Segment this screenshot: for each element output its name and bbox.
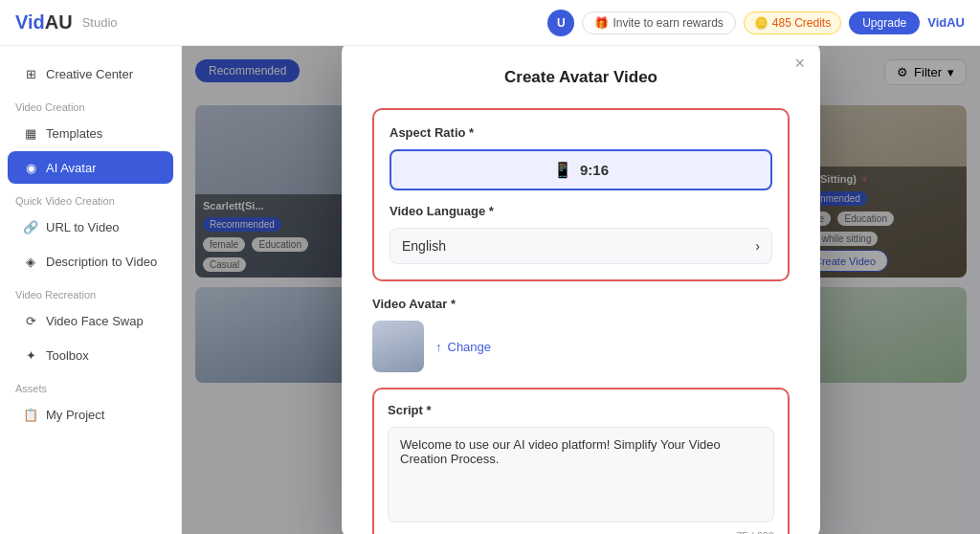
logo: VidAU bbox=[15, 11, 73, 33]
sidebar-section-video-creation: Video Creation bbox=[0, 92, 181, 117]
invite-button[interactable]: 🎁 Invite to earn rewards bbox=[582, 11, 735, 34]
sidebar-item-ai-avatar[interactable]: ◉ AI Avatar bbox=[8, 151, 173, 184]
toolbox-icon: ✦ bbox=[23, 347, 38, 363]
template-icon: ▦ bbox=[23, 125, 38, 141]
main-content: Recommended Scarlett(Si... Recommended f… bbox=[182, 46, 980, 534]
sidebar-section-assets: Assets bbox=[0, 373, 181, 398]
sidebar-item-creative-center[interactable]: ⊞ Creative Center bbox=[8, 57, 173, 90]
video-avatar-label: Video Avatar * bbox=[372, 297, 790, 311]
link-icon: 🔗 bbox=[23, 219, 38, 234]
user-avatar[interactable]: U bbox=[547, 10, 574, 36]
language-select[interactable]: English › bbox=[390, 228, 772, 264]
credits-badge: 🪙 485 Credits bbox=[744, 11, 841, 34]
create-avatar-modal: Create Avatar Video × Aspect Ratio * 📱 9… bbox=[342, 46, 820, 534]
aspect-ratio-label: Aspect Ratio * bbox=[390, 125, 772, 140]
aspect-ratio-value: 9:16 bbox=[580, 162, 609, 178]
avatar-row: ↑ Change bbox=[372, 321, 790, 372]
sidebar: ⊞ Creative Center Video Creation ▦ Templ… bbox=[0, 46, 182, 534]
sidebar-item-url-to-video[interactable]: 🔗 URL to Video bbox=[8, 211, 173, 243]
coin-icon: 🪙 bbox=[754, 16, 768, 30]
grid-icon: ⊞ bbox=[23, 66, 38, 81]
script-label: Script * bbox=[388, 403, 774, 417]
script-counter: 75 / 600 bbox=[388, 530, 774, 534]
change-avatar-button[interactable]: ↑ Change bbox=[435, 340, 491, 354]
language-value: English bbox=[402, 238, 446, 254]
modal-close-button[interactable]: × bbox=[794, 55, 805, 72]
desc-icon: ◈ bbox=[23, 254, 38, 269]
sidebar-item-my-project[interactable]: 📋 My Project bbox=[8, 398, 173, 431]
aspect-ratio-section: Aspect Ratio * 📱 9:16 Video Language * E… bbox=[372, 108, 790, 281]
sidebar-section-quick-video: Quick Video Creation bbox=[0, 186, 181, 211]
studio-label: Studio bbox=[82, 15, 118, 30]
sidebar-item-toolbox[interactable]: ✦ Toolbox bbox=[8, 339, 173, 371]
sidebar-item-desc-to-video[interactable]: ◈ Description to Video bbox=[8, 245, 173, 278]
sidebar-section-recreation: Video Recreation bbox=[0, 279, 181, 304]
upload-icon: ↑ bbox=[435, 340, 442, 354]
script-section: Script * 75 / 600 bbox=[372, 388, 790, 534]
faceswap-icon: ⟳ bbox=[23, 313, 38, 328]
sidebar-item-templates[interactable]: ▦ Templates bbox=[8, 117, 173, 149]
topbar: VidAU Studio U 🎁 Invite to earn rewards … bbox=[0, 0, 980, 46]
upgrade-button[interactable]: Upgrade bbox=[849, 11, 920, 34]
avatar-icon: ◉ bbox=[23, 160, 38, 175]
video-avatar-section: Video Avatar * ↑ Change bbox=[372, 297, 790, 372]
script-textarea[interactable] bbox=[388, 427, 774, 523]
topbar-left: VidAU Studio bbox=[15, 11, 118, 33]
modal-overlay: Create Avatar Video × Aspect Ratio * 📱 9… bbox=[182, 46, 980, 534]
project-icon: 📋 bbox=[23, 407, 38, 422]
chevron-right-icon: › bbox=[755, 238, 760, 254]
topbar-right: U 🎁 Invite to earn rewards 🪙 485 Credits… bbox=[547, 10, 965, 36]
aspect-ratio-button[interactable]: 📱 9:16 bbox=[390, 149, 772, 190]
modal-title: Create Avatar Video bbox=[372, 68, 790, 87]
layout: ⊞ Creative Center Video Creation ▦ Templ… bbox=[0, 46, 980, 534]
sidebar-item-face-swap[interactable]: ⟳ Video Face Swap bbox=[8, 304, 173, 337]
vidau-label: VidAU bbox=[927, 15, 965, 30]
video-language-label: Video Language * bbox=[390, 204, 772, 218]
phone-icon: 📱 bbox=[553, 161, 572, 179]
avatar-thumbnail bbox=[372, 321, 424, 372]
